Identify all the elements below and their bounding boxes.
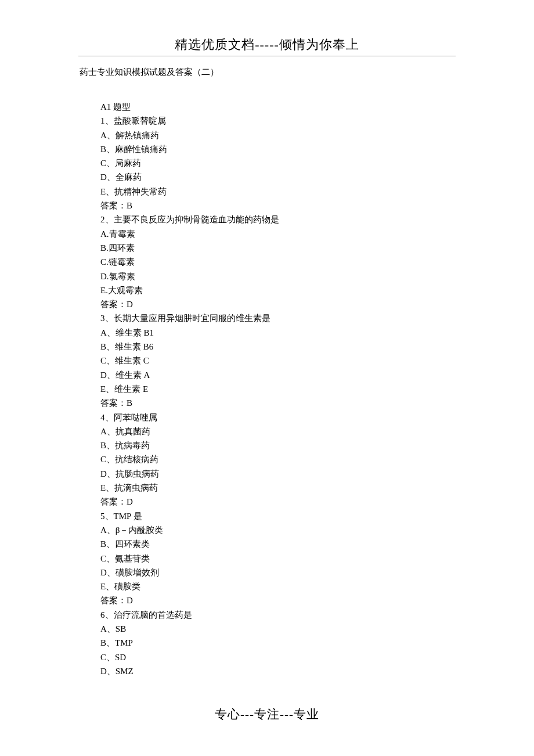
answer: 答案：B: [100, 396, 456, 410]
option: E、维生素 E: [100, 382, 456, 396]
option: B、TMP: [100, 636, 456, 650]
content-body: A1 题型 1、盐酸哌替啶属 A、解热镇痛药 B、麻醉性镇痛药 C、局麻药 D、…: [78, 100, 456, 678]
question-text: 治疗流脑的首选药是: [114, 610, 192, 620]
option: A、β－内酰胺类: [100, 523, 456, 537]
question-number: 6、: [100, 610, 114, 620]
question-stem: 2、主要不良反应为抑制骨髓造血功能的药物是: [100, 213, 456, 226]
option: B、四环素类: [100, 537, 456, 551]
option: D.氯霉素: [100, 269, 456, 283]
option: D、全麻药: [100, 170, 456, 184]
option: A、维生素 B1: [100, 326, 456, 340]
question-stem: 1、盐酸哌替啶属: [100, 114, 456, 128]
option: A.青霉素: [100, 227, 456, 241]
question-number: 1、: [100, 116, 114, 125]
answer: 答案：D: [100, 593, 456, 607]
option: B、抗病毒药: [100, 438, 456, 452]
question-stem: 3、长期大量应用异烟肼时宜同服的维生素是: [100, 311, 456, 325]
option: C、抗结核病药: [100, 452, 456, 466]
question-number: 2、: [100, 215, 114, 224]
section-label: A1 题型: [100, 100, 456, 114]
question-stem: 4、阿苯哒唑属: [100, 411, 456, 424]
option: B、维生素 B6: [100, 340, 456, 354]
question-text: 阿苯哒唑属: [114, 413, 157, 422]
option: C.链霉素: [100, 255, 456, 269]
option: B、麻醉性镇痛药: [100, 142, 456, 156]
option: D、磺胺增效剂: [100, 566, 456, 579]
question-text: TMP 是: [114, 512, 142, 521]
page-header: 精选优质文档-----倾情为你奉上: [78, 36, 456, 56]
question-number: 4、: [100, 413, 114, 422]
answer: 答案：D: [100, 297, 456, 311]
question-stem: 5、TMP 是: [100, 509, 456, 523]
page-footer: 专心---专注---专业: [0, 706, 534, 722]
option: E、抗精神失常药: [100, 185, 456, 199]
document-page: 精选优质文档-----倾情为你奉上 药士专业知识模拟试题及答案（二） A1 题型…: [0, 0, 534, 701]
option: D、抗肠虫病药: [100, 467, 456, 481]
question-number: 3、: [100, 314, 114, 323]
document-title: 药士专业知识模拟试题及答案（二）: [80, 67, 456, 78]
option: D、SMZ: [100, 664, 456, 678]
answer: 答案：D: [100, 495, 456, 509]
option: D、维生素 A: [100, 368, 456, 382]
option: E、磺胺类: [100, 579, 456, 593]
option: C、局麻药: [100, 156, 456, 170]
option: A、抗真菌药: [100, 424, 456, 438]
question-stem: 6、治疗流脑的首选药是: [100, 608, 456, 622]
question-text: 主要不良反应为抑制骨髓造血功能的药物是: [114, 215, 279, 224]
question-number: 5、: [100, 512, 114, 521]
option: C、维生素 C: [100, 354, 456, 368]
option: A、解热镇痛药: [100, 128, 456, 142]
option: C、SD: [100, 650, 456, 664]
option: E.大观霉素: [100, 283, 456, 297]
option: C、氨基苷类: [100, 552, 456, 566]
option: A、SB: [100, 622, 456, 636]
header-divider: [78, 56, 456, 56]
question-text: 盐酸哌替啶属: [114, 116, 166, 125]
question-text: 长期大量应用异烟肼时宜同服的维生素是: [114, 314, 270, 323]
option: E、抗滴虫病药: [100, 481, 456, 495]
option: B.四环素: [100, 241, 456, 255]
answer: 答案：B: [100, 199, 456, 213]
